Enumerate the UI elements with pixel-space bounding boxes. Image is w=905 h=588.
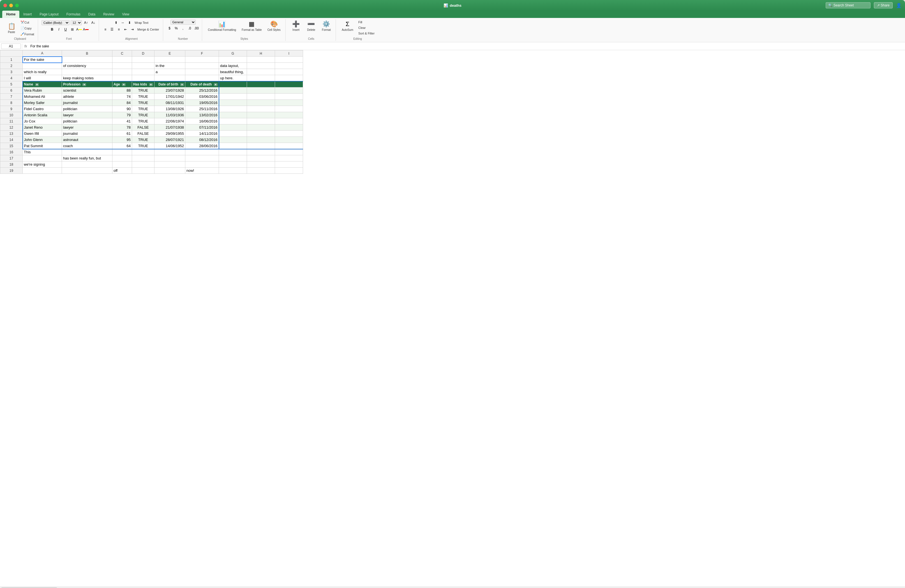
autosum-button[interactable]: Σ AutoSum [339, 20, 356, 36]
cell-5-g[interactable] [219, 81, 247, 87]
row-header-4[interactable]: 4 [0, 75, 23, 81]
row-header-1[interactable]: 1 [0, 57, 23, 63]
cell-18-g[interactable] [219, 162, 247, 168]
row-header-18[interactable]: 18 [0, 162, 23, 168]
cell-11-c[interactable]: 41 [113, 118, 132, 124]
cell-11-a[interactable]: Jo Cox [23, 118, 62, 124]
cell-7-i[interactable] [275, 94, 303, 100]
align-bottom-button[interactable]: ⬇ [127, 20, 133, 26]
insert-button[interactable]: ➕ Insert [289, 20, 303, 32]
cell-15-g[interactable] [219, 143, 247, 149]
share-button[interactable]: ↗ Share [874, 2, 893, 8]
cell-12-f[interactable]: 07/11/2016 [185, 124, 219, 131]
cell-15-d[interactable]: TRUE [132, 143, 154, 149]
cell-15-c[interactable]: 64 [113, 143, 132, 149]
close-button[interactable] [3, 4, 7, 7]
delete-button[interactable]: ➖ Delete [304, 20, 318, 32]
row-header-14[interactable]: 14 [0, 137, 23, 143]
cell-9-d[interactable]: TRUE [132, 106, 154, 112]
italic-button[interactable]: I [56, 26, 62, 33]
cell-19-i[interactable] [275, 168, 303, 174]
percent-button[interactable]: % [173, 25, 179, 32]
cell-5-h[interactable] [247, 81, 275, 87]
cell-6-h[interactable] [247, 87, 275, 94]
cell-2-d[interactable] [132, 63, 154, 69]
cell-16-c[interactable] [113, 149, 132, 155]
cell-2-i[interactable] [275, 63, 303, 69]
cell-5-i[interactable] [275, 81, 303, 87]
cell-9-h[interactable] [247, 106, 275, 112]
cell-17-c[interactable] [113, 155, 132, 162]
cell-12-a[interactable]: Janet Reno [23, 124, 62, 131]
row-header-7[interactable]: 7 [0, 94, 23, 100]
cell-3-a[interactable]: which is really [23, 69, 62, 75]
cell-11-i[interactable] [275, 118, 303, 124]
row-header-17[interactable]: 17 [0, 155, 23, 162]
cell-16-a[interactable]: This [23, 149, 62, 155]
col-header-a[interactable]: A [23, 51, 62, 57]
cell-10-c[interactable]: 79 [113, 112, 132, 118]
merge-center-button[interactable]: Merge & Center [136, 27, 160, 32]
cell-3-b[interactable] [62, 69, 113, 75]
cell-styles-button[interactable]: 🎨 Cell Styles [265, 20, 283, 32]
cell-7-c[interactable]: 74 [113, 94, 132, 100]
wrap-text-button[interactable]: Wrap Text [133, 20, 150, 25]
cell-2-c[interactable] [113, 63, 132, 69]
cell-7-e[interactable]: 17/01/1942 [154, 94, 185, 100]
cell-7-h[interactable] [247, 94, 275, 100]
format-button[interactable]: ⚙️ Format [319, 20, 333, 32]
cell-1-b[interactable] [62, 57, 113, 63]
cell-14-i[interactable] [275, 137, 303, 143]
cell-12-e[interactable]: 21/07/1938 [154, 124, 185, 131]
cell-4-g[interactable]: up here. [219, 75, 247, 81]
copy-button[interactable]: 📄 Copy [19, 25, 36, 31]
cell-10-b[interactable]: lawyer [62, 112, 113, 118]
cell-5-a[interactable]: Name ▼ [23, 81, 62, 87]
cell-2-b[interactable]: of consistency [62, 63, 113, 69]
cell-10-g[interactable] [219, 112, 247, 118]
row-header-16[interactable]: 16 [0, 149, 23, 155]
cell-11-g[interactable] [219, 118, 247, 124]
increase-font-button[interactable]: A↑ [83, 20, 89, 26]
cell-10-h[interactable] [247, 112, 275, 118]
cell-8-c[interactable]: 84 [113, 100, 132, 106]
cell-18-c[interactable] [113, 162, 132, 168]
cell-17-i[interactable] [275, 155, 303, 162]
cell-13-b[interactable]: journalist [62, 131, 113, 137]
row-header-11[interactable]: 11 [0, 118, 23, 124]
cell-15-e[interactable]: 14/06/1952 [154, 143, 185, 149]
cell-14-e[interactable]: 28/07/1921 [154, 137, 185, 143]
row-header-15[interactable]: 15 [0, 143, 23, 149]
cell-1-c[interactable] [113, 57, 132, 63]
cell-18-d[interactable] [132, 162, 154, 168]
row-header-13[interactable]: 13 [0, 131, 23, 137]
col-header-b[interactable]: B [62, 51, 113, 57]
cell-3-d[interactable] [132, 69, 154, 75]
account-icon[interactable]: 👤 [896, 3, 902, 8]
cell-18-f[interactable] [185, 162, 219, 168]
cell-11-e[interactable]: 22/06/1974 [154, 118, 185, 124]
tab-page-layout[interactable]: Page Layout [36, 11, 62, 18]
cell-16-h[interactable] [247, 149, 275, 155]
cell-8-f[interactable]: 19/05/2016 [185, 100, 219, 106]
comma-button[interactable]: , [180, 25, 186, 32]
spreadsheet-wrapper[interactable]: A B C D E F G H I 1For the sake2of consi… [0, 50, 905, 586]
cell-3-e[interactable]: a [154, 69, 185, 75]
cell-19-c[interactable]: off [113, 168, 132, 174]
cell-10-d[interactable]: TRUE [132, 112, 154, 118]
cell-9-f[interactable]: 25/11/2016 [185, 106, 219, 112]
clear-button[interactable]: Clear [357, 25, 376, 30]
cell-11-b[interactable]: politician [62, 118, 113, 124]
paste-button[interactable]: 📋 Paste [5, 22, 19, 35]
indent-increase-button[interactable]: ⇥ [129, 26, 135, 33]
cell-4-e[interactable] [154, 75, 185, 81]
cell-reference-input[interactable]: A1 [1, 43, 21, 49]
align-right-button[interactable]: ≡ [116, 26, 122, 33]
cell-17-b[interactable]: has been really fun, but [62, 155, 113, 162]
cell-13-d[interactable]: FALSE [132, 131, 154, 137]
cell-1-d[interactable] [132, 57, 154, 63]
cell-16-f[interactable] [185, 149, 219, 155]
font-color-button[interactable]: A [83, 26, 89, 33]
cell-19-a[interactable] [23, 168, 62, 174]
cell-11-d[interactable]: TRUE [132, 118, 154, 124]
